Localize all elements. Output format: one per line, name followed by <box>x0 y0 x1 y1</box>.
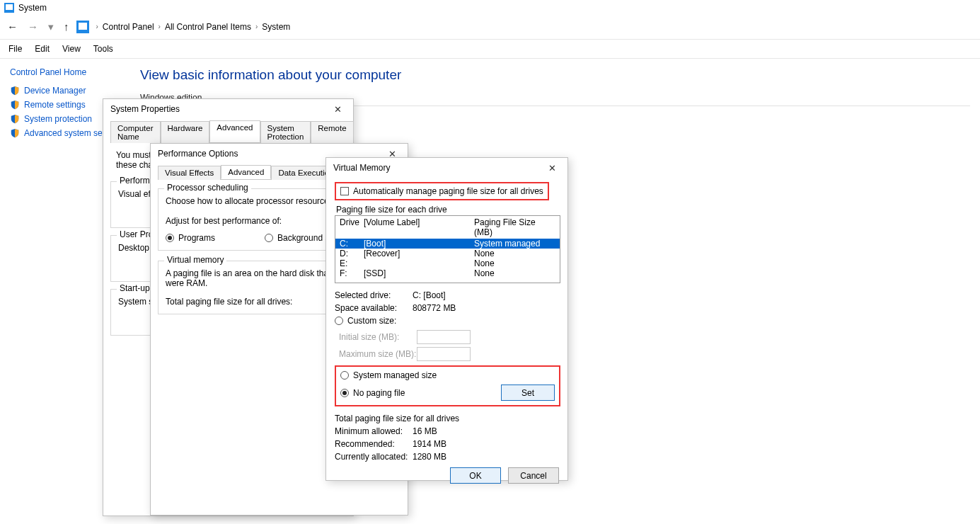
col-volume: [Volume Label] <box>364 217 474 237</box>
radio-no-paging-file[interactable]: No paging file <box>340 388 405 398</box>
close-icon[interactable]: ✕ <box>541 160 563 176</box>
checkbox-auto-manage[interactable]: Automatically manage paging file size fo… <box>340 186 543 196</box>
cancel-button[interactable]: Cancel <box>508 467 559 484</box>
sidebar-item-label: Device Manager <box>24 86 86 96</box>
history-dropdown-icon[interactable]: ▾ <box>48 21 54 33</box>
tab-hardware[interactable]: Hardware <box>161 121 210 143</box>
page-title: View basic information about your comput… <box>140 67 970 83</box>
menu-tools[interactable]: Tools <box>93 44 113 54</box>
back-icon[interactable]: ← <box>7 21 18 33</box>
chevron-right-icon: › <box>96 23 98 30</box>
up-icon[interactable]: ↑ <box>64 21 69 33</box>
drive-vol <box>364 258 474 268</box>
drive-row[interactable]: F: [SSD] None <box>335 268 560 283</box>
shield-icon <box>10 128 20 138</box>
drive-vol: [Boot] <box>364 239 474 249</box>
total-paging-label: Total paging file size for all drives <box>335 414 560 423</box>
space-available-value: 808772 MB <box>413 303 456 313</box>
tab-advanced[interactable]: Advanced <box>209 120 260 142</box>
min-allowed-value: 16 MB <box>413 426 437 436</box>
window-titlebar: System <box>0 0 980 16</box>
selected-drive-label: Selected drive: <box>335 290 413 300</box>
currently-allocated-label: Currently allocated: <box>335 452 413 462</box>
drive-row[interactable]: C: [Boot] System managed <box>335 239 560 249</box>
tab-remote[interactable]: Remote <box>311 121 353 143</box>
set-button[interactable]: Set <box>501 385 555 401</box>
drive-row[interactable]: D: [Recover] None <box>335 249 560 258</box>
tabs: Computer Name Hardware Advanced System P… <box>110 120 346 143</box>
recommended-value: 1914 MB <box>413 439 446 449</box>
menu-file[interactable]: File <box>8 44 22 54</box>
highlight-paging-choice: System managed size No paging file Set <box>335 365 560 406</box>
initial-size-input[interactable] <box>417 330 471 344</box>
virtual-memory-dialog: Virtual Memory ✕ Automatically manage pa… <box>325 157 568 481</box>
radio-label: No paging file <box>353 388 405 398</box>
col-size: Paging File Size (MB) <box>474 217 555 237</box>
drive-letter: D: <box>340 249 364 258</box>
sidebar-item-device-manager[interactable]: Device Manager <box>10 86 134 96</box>
system-icon <box>4 3 14 13</box>
shield-icon <box>10 100 20 110</box>
selected-drive-value: C: [Boot] <box>413 290 446 300</box>
ok-button[interactable]: OK <box>450 467 501 484</box>
tab-system-protection[interactable]: System Protection <box>260 121 311 143</box>
space-available-label: Space available: <box>335 303 413 313</box>
forward-icon[interactable]: → <box>28 21 38 33</box>
drive-letter: F: <box>340 268 364 278</box>
dialog-title: Virtual Memory <box>333 163 390 173</box>
close-icon[interactable]: ✕ <box>326 101 349 117</box>
menu-edit[interactable]: Edit <box>35 44 50 54</box>
radio-programs[interactable]: Programs <box>166 233 215 243</box>
window-title: System <box>18 3 47 13</box>
radio-label: Custom size: <box>347 316 396 326</box>
currently-allocated-value: 1280 MB <box>413 452 446 462</box>
radio-label: System managed size <box>353 370 437 380</box>
col-drive: Drive <box>340 217 364 237</box>
breadcrumb-icon <box>76 21 89 33</box>
radio-system-managed[interactable]: System managed size <box>340 370 437 380</box>
radio-custom-size[interactable]: Custom size: <box>335 316 396 326</box>
chevron-right-icon: › <box>158 23 161 30</box>
menu-view[interactable]: View <box>62 44 81 54</box>
drive-size: None <box>474 268 555 278</box>
maximum-size-input[interactable] <box>417 347 471 361</box>
radio-label: Programs <box>178 233 215 243</box>
highlight-auto-manage: Automatically manage paging file size fo… <box>335 182 549 200</box>
menu-bar: File Edit View Tools <box>0 40 980 59</box>
drive-row[interactable]: E: None <box>335 258 560 268</box>
dialog-title: System Properties <box>110 104 180 114</box>
control-panel-home-link[interactable]: Control Panel Home <box>10 67 134 77</box>
breadcrumb-item[interactable]: System <box>262 22 290 32</box>
recommended-label: Recommended: <box>335 439 413 449</box>
min-allowed-label: Minimum allowed: <box>335 426 413 436</box>
chevron-right-icon: › <box>255 23 258 30</box>
drive-size: None <box>474 249 555 258</box>
breadcrumb-item[interactable]: Control Panel <box>103 22 154 32</box>
drive-letter: E: <box>340 258 364 268</box>
initial-size-label: Initial size (MB): <box>339 332 417 342</box>
each-drive-label: Paging file size for each drive <box>336 205 560 215</box>
dialog-title: Performance Options <box>158 149 238 159</box>
drive-vol: [SSD] <box>364 268 474 278</box>
nav-arrows: ← → ▾ ↑ <box>7 21 69 33</box>
drive-listview[interactable]: Drive [Volume Label] Paging File Size (M… <box>335 215 560 283</box>
drive-size: System managed <box>474 239 555 249</box>
shield-icon <box>10 86 20 96</box>
breadcrumb: › Control Panel › All Control Panel Item… <box>96 22 291 32</box>
tab-advanced[interactable]: Advanced <box>221 165 271 179</box>
tab-computer-name[interactable]: Computer Name <box>110 121 161 143</box>
checkbox-label: Automatically manage paging file size fo… <box>353 186 543 196</box>
address-bar: ← → ▾ ↑ › Control Panel › All Control Pa… <box>0 16 980 40</box>
group-legend: Processor scheduling <box>164 183 251 193</box>
sidebar-item-label: Remote settings <box>24 100 86 110</box>
sidebar-item-label: System protection <box>24 114 92 124</box>
shield-icon <box>10 114 20 124</box>
tab-visual-effects[interactable]: Visual Effects <box>158 166 221 180</box>
drive-size: None <box>474 258 555 268</box>
breadcrumb-item[interactable]: All Control Panel Items <box>165 22 251 32</box>
drive-vol: [Recover] <box>364 249 474 258</box>
drive-letter: C: <box>340 239 364 249</box>
group-legend: Virtual memory <box>164 255 226 265</box>
maximum-size-label: Maximum size (MB): <box>339 349 417 359</box>
